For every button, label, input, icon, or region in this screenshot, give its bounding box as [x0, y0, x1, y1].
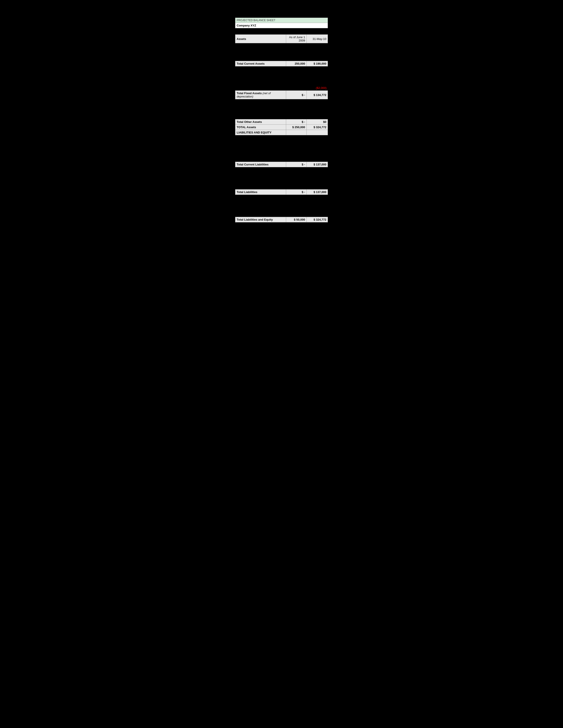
total-fixed-assets-val2: $ 134,772	[307, 91, 328, 99]
liabilities-equity-val1	[286, 130, 307, 135]
liabilities-equity-header-row: LIABILITIES AND EQUITY	[235, 130, 328, 135]
total-other-assets-val2: $0	[307, 119, 328, 125]
total-current-liabilities-val1: $ -	[286, 162, 307, 167]
title: PROJECTED BALANCE SHEET	[235, 18, 328, 23]
total-current-assets-row: Total Current Assets 250,000 $ 190,000	[235, 61, 328, 66]
total-liabilities-equity-val2: $ 324,772	[307, 217, 328, 222]
date1-label: As of June 1 2009	[286, 35, 307, 43]
total-other-assets-label: Total Other Assets	[235, 119, 286, 125]
total-current-assets-val1: 250,000	[286, 61, 307, 66]
total-current-liabilities-row: Total Current Liabilities $ - $ 137,000	[235, 162, 328, 167]
assets-header-row: Assets As of June 1 2009 31-May-10	[235, 35, 328, 43]
total-fixed-assets-val1: $ -	[286, 91, 307, 99]
total-fixed-assets-main: Total Fixed Assets	[237, 92, 261, 95]
company-name: Company XYZ	[235, 23, 328, 28]
total-current-liabilities-val2: $ 137,000	[307, 162, 328, 167]
total-assets-row: TOTAL Assets $ 250,000 $ 324,772	[235, 125, 328, 130]
total-current-assets-val2: $ 190,000	[307, 61, 328, 66]
negative-note: ($2,000)	[316, 86, 327, 90]
total-assets-val1: $ 250,000	[286, 125, 307, 130]
total-liabilities-val1: $ -	[286, 190, 307, 195]
total-liabilities-equity-label: Total Liabilities and Equity	[235, 217, 286, 222]
total-liabilities-row: Total Liabilities $ - $ 137,000	[235, 190, 328, 195]
total-fixed-assets-label: Total Fixed Assets (net of depreciation)	[235, 91, 286, 99]
liabilities-equity-val2	[307, 130, 328, 135]
total-assets-val2: $ 324,772	[307, 125, 328, 130]
total-current-liabilities-label: Total Current Liabilities	[235, 162, 286, 167]
total-fixed-assets-row: Total Fixed Assets (net of depreciation)…	[235, 91, 328, 99]
total-liabilities-val2: $ 137,000	[307, 190, 328, 195]
total-assets-label: TOTAL Assets	[235, 125, 286, 130]
total-liabilities-label: Total Liabilities	[235, 190, 286, 195]
total-other-assets-val1: $ -	[286, 119, 307, 125]
total-current-assets-label: Total Current Assets	[235, 61, 286, 66]
total-liabilities-equity-row: Total Liabilities and Equity $ 50,000 $ …	[235, 217, 328, 222]
total-other-assets-row: Total Other Assets $ - $0	[235, 119, 328, 125]
liabilities-equity-label: LIABILITIES AND EQUITY	[235, 130, 286, 135]
date2-label: 31-May-10	[307, 35, 328, 43]
assets-label: Assets	[235, 35, 286, 43]
total-liabilities-equity-val1: $ 50,000	[286, 217, 307, 222]
